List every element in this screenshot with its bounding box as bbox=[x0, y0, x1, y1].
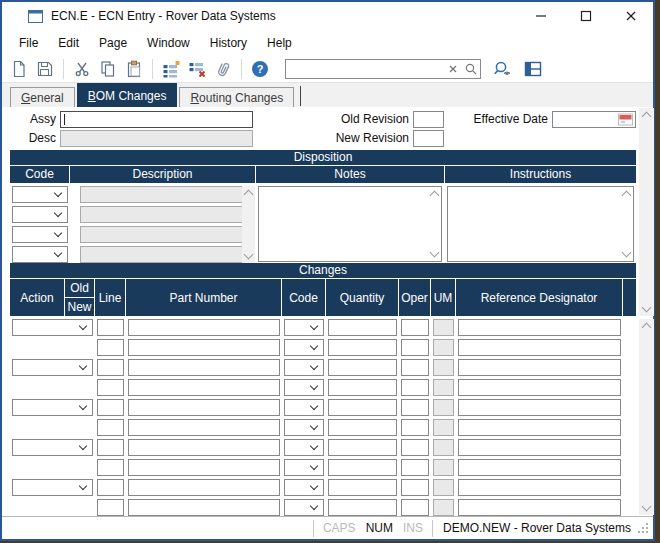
quantity-field[interactable] bbox=[328, 359, 397, 376]
quantity-field[interactable] bbox=[328, 479, 397, 496]
menu-edit[interactable]: Edit bbox=[48, 32, 89, 54]
code-dropdown[interactable] bbox=[284, 479, 324, 496]
reference-designator-field[interactable] bbox=[458, 439, 621, 456]
paste-button[interactable] bbox=[121, 57, 147, 81]
line-field[interactable] bbox=[97, 359, 124, 376]
clear-search-icon[interactable] bbox=[444, 60, 462, 78]
tab-general[interactable]: General bbox=[10, 87, 75, 107]
line-field[interactable] bbox=[97, 339, 124, 356]
scroll-up-icon[interactable] bbox=[244, 190, 254, 200]
disposition-code-dropdown[interactable] bbox=[12, 186, 68, 203]
menu-history[interactable]: History bbox=[200, 32, 257, 54]
oper-field[interactable] bbox=[401, 479, 429, 496]
oper-field[interactable] bbox=[401, 359, 429, 376]
action-dropdown[interactable] bbox=[12, 399, 93, 416]
menu-window[interactable]: Window bbox=[137, 32, 200, 54]
quantity-field[interactable] bbox=[328, 319, 397, 336]
scroll-down-icon[interactable] bbox=[430, 248, 440, 258]
reference-designator-field[interactable] bbox=[458, 419, 621, 436]
close-button[interactable] bbox=[608, 2, 653, 30]
quantity-field[interactable] bbox=[328, 459, 397, 476]
search-icon[interactable] bbox=[462, 60, 480, 78]
reference-designator-field[interactable] bbox=[458, 319, 621, 336]
code-dropdown[interactable] bbox=[284, 459, 324, 476]
new-document-button[interactable] bbox=[6, 57, 32, 81]
oper-field[interactable] bbox=[401, 319, 429, 336]
reference-designator-field[interactable] bbox=[458, 499, 621, 516]
menu-file[interactable]: File bbox=[9, 32, 48, 54]
quantity-field[interactable] bbox=[328, 439, 397, 456]
effective-date-field[interactable] bbox=[552, 111, 636, 128]
oper-field[interactable] bbox=[401, 419, 429, 436]
code-dropdown[interactable] bbox=[284, 499, 324, 516]
copy-button[interactable] bbox=[95, 57, 121, 81]
scroll-down-icon[interactable] bbox=[622, 248, 632, 258]
line-field[interactable] bbox=[97, 439, 124, 456]
scroll-up-icon[interactable] bbox=[430, 191, 440, 201]
menu-help[interactable]: Help bbox=[257, 32, 302, 54]
oper-field[interactable] bbox=[401, 339, 429, 356]
insert-row-button[interactable] bbox=[158, 57, 184, 81]
form-layout-button[interactable] bbox=[520, 57, 546, 81]
cut-button[interactable] bbox=[69, 57, 95, 81]
old-revision-field[interactable] bbox=[413, 111, 444, 128]
scroll-down-icon[interactable] bbox=[642, 502, 652, 512]
help-button[interactable]: ? bbox=[247, 57, 273, 81]
part-number-field[interactable] bbox=[128, 379, 280, 396]
resize-grip-icon[interactable] bbox=[637, 522, 651, 538]
action-dropdown[interactable] bbox=[12, 319, 93, 336]
scroll-up-icon[interactable] bbox=[622, 191, 632, 201]
instructions-textarea[interactable] bbox=[447, 186, 634, 262]
part-number-field[interactable] bbox=[128, 439, 280, 456]
scroll-up-icon[interactable] bbox=[642, 323, 652, 333]
disposition-code-dropdown[interactable] bbox=[12, 246, 68, 263]
scroll-down-icon[interactable] bbox=[642, 303, 652, 313]
code-dropdown[interactable] bbox=[284, 399, 324, 416]
changes-grid-scrollbar[interactable] bbox=[639, 319, 654, 515]
part-number-field[interactable] bbox=[128, 399, 280, 416]
calendar-icon[interactable] bbox=[618, 113, 633, 129]
description-scrollbar[interactable] bbox=[242, 186, 255, 263]
line-field[interactable] bbox=[97, 499, 124, 516]
action-dropdown[interactable] bbox=[12, 359, 93, 376]
line-field[interactable] bbox=[97, 479, 124, 496]
save-button[interactable] bbox=[32, 57, 58, 81]
quantity-field[interactable] bbox=[328, 499, 397, 516]
oper-field[interactable] bbox=[401, 459, 429, 476]
oper-field[interactable] bbox=[401, 399, 429, 416]
assy-field[interactable] bbox=[60, 111, 253, 128]
oper-field[interactable] bbox=[401, 379, 429, 396]
line-field[interactable] bbox=[97, 459, 124, 476]
part-number-field[interactable] bbox=[128, 479, 280, 496]
search-input[interactable] bbox=[289, 61, 444, 77]
part-number-field[interactable] bbox=[128, 459, 280, 476]
code-dropdown[interactable] bbox=[284, 439, 324, 456]
line-field[interactable] bbox=[97, 379, 124, 396]
menu-page[interactable]: Page bbox=[89, 32, 137, 54]
record-lookup-button[interactable] bbox=[490, 57, 516, 81]
delete-row-button[interactable] bbox=[184, 57, 210, 81]
line-field[interactable] bbox=[97, 419, 124, 436]
reference-designator-field[interactable] bbox=[458, 459, 621, 476]
reference-designator-field[interactable] bbox=[458, 399, 621, 416]
code-dropdown[interactable] bbox=[284, 419, 324, 436]
code-dropdown[interactable] bbox=[284, 359, 324, 376]
code-dropdown[interactable] bbox=[284, 379, 324, 396]
quantity-field[interactable] bbox=[328, 339, 397, 356]
reference-designator-field[interactable] bbox=[458, 339, 621, 356]
reference-designator-field[interactable] bbox=[458, 359, 621, 376]
part-number-field[interactable] bbox=[128, 319, 280, 336]
new-revision-field[interactable] bbox=[413, 130, 444, 147]
disposition-code-dropdown[interactable] bbox=[12, 226, 68, 243]
code-dropdown[interactable] bbox=[284, 339, 324, 356]
notes-textarea[interactable] bbox=[258, 186, 442, 262]
action-dropdown[interactable] bbox=[12, 439, 93, 456]
part-number-field[interactable] bbox=[128, 419, 280, 436]
line-field[interactable] bbox=[97, 399, 124, 416]
page-scrollbar[interactable] bbox=[639, 108, 654, 316]
oper-field[interactable] bbox=[401, 499, 429, 516]
line-field[interactable] bbox=[97, 319, 124, 336]
quantity-field[interactable] bbox=[328, 419, 397, 436]
reference-designator-field[interactable] bbox=[458, 479, 621, 496]
oper-field[interactable] bbox=[401, 439, 429, 456]
